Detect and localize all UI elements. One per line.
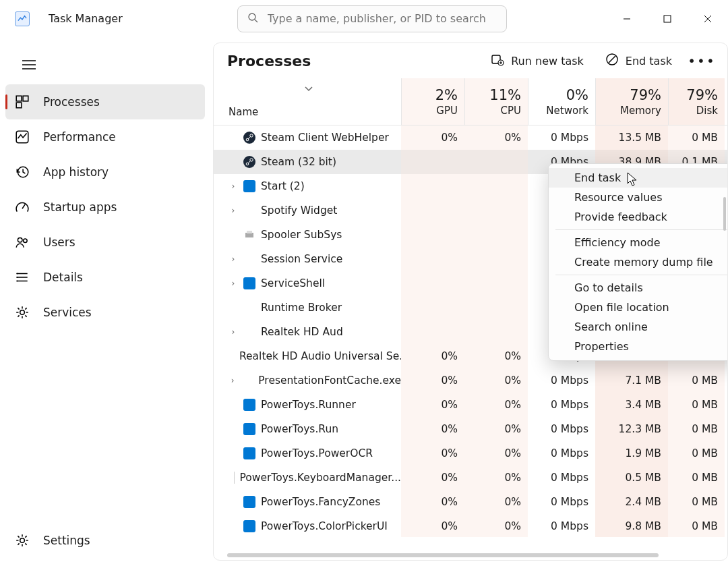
minimize-button[interactable]: [607, 5, 647, 32]
process-row[interactable]: PowerToys.Runner0%0%0 Mbps3.4 MB0 MB: [214, 393, 727, 417]
row-expander[interactable]: ›: [229, 279, 238, 288]
cell-network: 0 Mbps: [528, 368, 595, 393]
col-header-cpu[interactable]: 11%CPU: [464, 78, 528, 125]
cell-gpu: 0%: [401, 490, 464, 514]
cell-cpu: [464, 320, 528, 344]
steam-icon: [243, 156, 255, 168]
close-button[interactable]: [688, 5, 728, 32]
more-icon: •••: [688, 53, 715, 69]
cell-memory: 7.1 MB: [595, 368, 668, 393]
context-menu-item[interactable]: Search online: [549, 317, 728, 337]
cell-disk: 0 MB: [668, 490, 725, 514]
hamburger-button[interactable]: [13, 49, 44, 80]
history-icon: [15, 165, 30, 179]
col-header-network[interactable]: 0%Network: [528, 78, 595, 125]
context-menu-item[interactable]: End task: [549, 168, 728, 188]
context-menu-item[interactable]: Create memory dump file: [549, 252, 728, 272]
cell-cpu: [464, 296, 528, 320]
more-options-button[interactable]: •••: [690, 49, 714, 73]
cell-gpu: [401, 223, 464, 247]
row-expander[interactable]: ›: [229, 254, 238, 264]
nav-processes[interactable]: Processes: [5, 84, 205, 119]
row-expander[interactable]: ›: [229, 376, 237, 385]
context-menu-item[interactable]: Properties: [549, 337, 728, 356]
process-row[interactable]: PowerToys.ColorPickerUI0%0%0 Mbps9.8 MB0…: [214, 514, 727, 537]
cell-gpu: [401, 174, 464, 198]
svg-rect-11: [16, 103, 22, 108]
process-row[interactable]: PowerToys.KeyboardManager...0%0%0 Mbps0.…: [214, 466, 727, 490]
process-row[interactable]: Steam Client WebHelper0%0%0 Mbps13.5 MB0…: [214, 125, 727, 150]
run-new-task-button[interactable]: Run new task: [487, 49, 588, 73]
row-expander[interactable]: ›: [229, 327, 238, 337]
vertical-scrollbar[interactable]: [723, 197, 726, 231]
svg-rect-3: [664, 16, 671, 22]
cell-disk: 0 MB: [668, 441, 725, 466]
svg-rect-9: [16, 96, 22, 101]
nav-startup-apps[interactable]: Startup apps: [5, 190, 205, 225]
maximize-button[interactable]: [647, 5, 688, 32]
search-input[interactable]: [268, 12, 497, 25]
cell-disk: 0 MB: [668, 466, 725, 490]
end-task-label: End task: [626, 55, 672, 67]
cell-cpu: 0%: [464, 368, 528, 393]
cell-memory: 13.5 MB: [595, 125, 668, 150]
col-header-name[interactable]: Name: [214, 78, 401, 125]
run-task-label: Run new task: [511, 55, 584, 67]
cell-cpu: 0%: [464, 417, 528, 441]
cell-network: 0 Mbps: [528, 441, 595, 466]
powertoys-icon: [243, 423, 255, 435]
context-menu-item[interactable]: Provide feedback: [549, 207, 728, 227]
cell-gpu: 0%: [401, 344, 464, 368]
col-header-disk[interactable]: 79%Disk: [668, 78, 725, 125]
generic-process-icon: [243, 302, 255, 314]
cell-cpu: [464, 223, 528, 247]
nav-label: Services: [43, 306, 92, 319]
cell-network: 0 Mbps: [528, 417, 595, 441]
row-expander[interactable]: ›: [229, 181, 238, 191]
nav-label: Processes: [43, 95, 100, 109]
cell-gpu: 0%: [401, 514, 464, 537]
cell-cpu: 0%: [464, 125, 528, 150]
activity-icon: [15, 130, 30, 144]
svg-rect-39: [245, 233, 253, 237]
nav-services[interactable]: Services: [5, 295, 205, 330]
row-expander[interactable]: ›: [229, 206, 238, 215]
process-name: Spotify Widget: [261, 204, 337, 217]
col-header-memory[interactable]: 79%Memory: [595, 78, 668, 125]
context-menu-item[interactable]: Efficiency mode: [549, 233, 728, 252]
svg-line-30: [609, 56, 615, 63]
generic-process-icon: [243, 253, 255, 265]
cell-network: 0 Mbps: [528, 125, 595, 150]
nav-users[interactable]: Users: [5, 225, 205, 260]
process-name: ServiceShell: [261, 277, 325, 289]
nav-label: Settings: [43, 534, 90, 547]
users-icon: [15, 235, 30, 250]
context-menu-item[interactable]: Resource values: [549, 188, 728, 207]
process-row[interactable]: PowerToys.FancyZones0%0%0 Mbps2.4 MB0 MB: [214, 490, 727, 514]
horizontal-scrollbar[interactable]: [227, 553, 659, 557]
context-menu-item[interactable]: Go to details: [549, 278, 728, 298]
cell-network: 0 Mbps: [528, 393, 595, 417]
process-row[interactable]: ›PresentationFontCache.exe0%0%0 Mbps7.1 …: [214, 368, 727, 393]
powertoys-icon: [243, 520, 255, 532]
nav-settings[interactable]: Settings: [5, 523, 205, 558]
col-header-gpu[interactable]: 2%GPU: [401, 78, 464, 125]
cell-gpu: [401, 296, 464, 320]
run-task-icon: [491, 53, 504, 69]
cell-memory: 1.9 MB: [595, 441, 668, 466]
nav-details[interactable]: Details: [5, 260, 205, 295]
process-row[interactable]: PowerToys.Run0%0%0 Mbps12.3 MB0 MB: [214, 417, 727, 441]
nav-app-history[interactable]: App history: [5, 154, 205, 190]
nav-performance[interactable]: Performance: [5, 119, 205, 154]
cursor-icon: [626, 171, 638, 188]
process-name: Start (2): [261, 180, 305, 192]
panel-title: Processes: [227, 53, 311, 69]
process-name: PowerToys.ColorPickerUI: [261, 520, 388, 532]
end-task-button[interactable]: End task: [601, 49, 676, 73]
search-bar[interactable]: [237, 5, 507, 32]
context-menu: End taskResource valuesProvide feedbackE…: [548, 163, 728, 361]
process-name: PowerToys.FancyZones: [261, 496, 380, 508]
process-name: Session Service: [261, 253, 342, 265]
context-menu-item[interactable]: Open file location: [549, 298, 728, 317]
process-row[interactable]: PowerToys.PowerOCR0%0%0 Mbps1.9 MB0 MB: [214, 441, 727, 466]
